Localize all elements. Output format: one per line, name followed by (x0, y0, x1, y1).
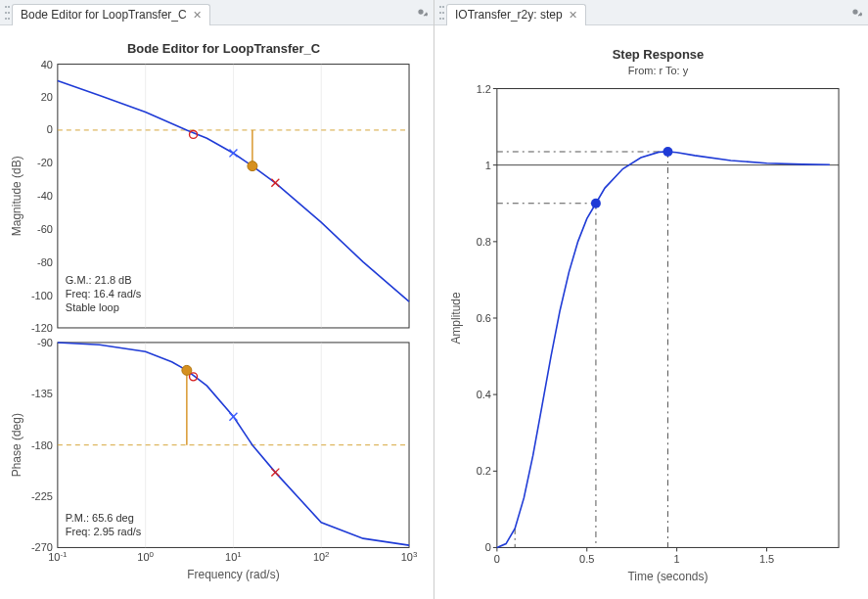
phase-ylabel: Phase (deg) (10, 413, 23, 477)
svg-point-3 (8, 6, 10, 8)
bode-pane: Bode Editor for LoopTransfer_C ✕ Bode Ed… (0, 0, 434, 599)
bode-title: Bode Editor for LoopTransfer_C (127, 41, 320, 56)
grip-icon[interactable] (438, 2, 444, 23)
svg-text:100: 100 (137, 550, 154, 564)
bode-tab[interactable]: Bode Editor for LoopTransfer_C ✕ (12, 4, 210, 25)
svg-text:102: 102 (313, 550, 330, 564)
svg-text:10-1: 10-1 (48, 550, 68, 564)
svg-text:0.5: 0.5 (579, 553, 594, 565)
phase-plot: -90-135-180 -225-270 (10, 337, 418, 581)
svg-text:20: 20 (41, 91, 53, 103)
svg-text:0: 0 (47, 123, 53, 135)
svg-text:-135: -135 (31, 388, 53, 399)
step-plot: 1.2 1 0.8 0.6 0.4 0.2 0 (449, 83, 839, 584)
svg-point-51 (439, 18, 441, 20)
mag-annot-stable: Stable loop (66, 301, 119, 313)
svg-text:1: 1 (674, 553, 680, 565)
step-pane: IOTransfer_r2y: step ✕ Step Response Fro… (434, 0, 868, 599)
mag-annot-gm: G.M.: 21.8 dB (66, 274, 132, 286)
svg-text:-225: -225 (31, 490, 53, 502)
step-plot-area[interactable]: Step Response From: r To: y 1.2 1 0.8 0.… (434, 25, 868, 599)
phase-annot-pm: P.M.: 65.6 deg (66, 513, 134, 525)
svg-text:-180: -180 (31, 439, 53, 451)
svg-point-52 (442, 6, 444, 8)
close-icon[interactable]: ✕ (569, 9, 577, 22)
svg-text:1: 1 (485, 160, 491, 171)
svg-text:-80: -80 (37, 256, 53, 268)
app-window: Bode Editor for LoopTransfer_C ✕ Bode Ed… (0, 0, 868, 599)
svg-point-4 (8, 12, 10, 14)
svg-point-85 (662, 147, 672, 157)
step-tabbar: IOTransfer_r2y: step ✕ (434, 0, 868, 25)
svg-point-1 (5, 12, 7, 14)
svg-text:1.5: 1.5 (759, 553, 774, 565)
svg-text:-60: -60 (37, 223, 53, 235)
phase-annot-freq: Freq: 2.95 rad/s (66, 526, 142, 537)
step-subtitle: From: r To: y (628, 65, 689, 76)
svg-point-5 (8, 18, 10, 20)
step-tab-label: IOTransfer_r2y: step (455, 8, 563, 22)
mag-annot-freq: Freq: 16.4 rad/s (66, 288, 142, 300)
svg-point-49 (439, 6, 441, 8)
mag-ylabel: Magnitude (dB) (10, 156, 23, 236)
step-ylabel: Amplitude (449, 292, 463, 345)
bode-tabbar: Bode Editor for LoopTransfer_C ✕ (0, 0, 434, 25)
svg-point-54 (442, 18, 444, 20)
svg-point-53 (442, 12, 444, 14)
svg-text:101: 101 (225, 550, 242, 564)
bode-chart: Bode Editor for LoopTransfer_C 40200 -20… (4, 33, 424, 593)
svg-text:0: 0 (494, 553, 500, 565)
svg-text:0: 0 (485, 541, 491, 553)
svg-text:40: 40 (41, 59, 53, 70)
svg-point-50 (439, 12, 441, 14)
svg-text:-100: -100 (31, 290, 53, 301)
bode-xlabel: Frequency (rad/s) (187, 568, 279, 581)
gear-icon[interactable] (848, 5, 862, 19)
close-icon[interactable]: ✕ (193, 9, 202, 22)
svg-text:1.2: 1.2 (477, 83, 491, 95)
grip-icon[interactable] (4, 2, 10, 23)
svg-point-2 (5, 18, 7, 20)
svg-text:0.2: 0.2 (477, 465, 491, 477)
svg-text:0.6: 0.6 (477, 312, 491, 324)
svg-text:0.4: 0.4 (477, 389, 491, 400)
step-title: Step Response (613, 47, 705, 62)
svg-text:-120: -120 (31, 322, 53, 334)
bode-tab-label: Bode Editor for LoopTransfer_C (21, 8, 187, 22)
gear-icon[interactable] (414, 5, 428, 19)
svg-text:103: 103 (401, 550, 418, 564)
svg-text:-20: -20 (37, 157, 53, 168)
step-xlabel: Time (seconds) (627, 570, 708, 583)
svg-point-26 (248, 161, 257, 171)
svg-text:0.8: 0.8 (477, 236, 491, 248)
svg-point-43 (182, 365, 192, 375)
step-tab[interactable]: IOTransfer_r2y: step ✕ (446, 4, 586, 25)
svg-point-0 (5, 6, 7, 8)
svg-text:-90: -90 (37, 337, 53, 348)
step-chart: Step Response From: r To: y 1.2 1 0.8 0.… (438, 33, 858, 593)
mag-plot: 40200 -20-40-60 -80-100-120 (10, 59, 409, 334)
svg-text:-40: -40 (37, 190, 53, 202)
svg-point-84 (591, 199, 601, 208)
bode-plot-area[interactable]: Bode Editor for LoopTransfer_C 40200 -20… (0, 25, 434, 599)
